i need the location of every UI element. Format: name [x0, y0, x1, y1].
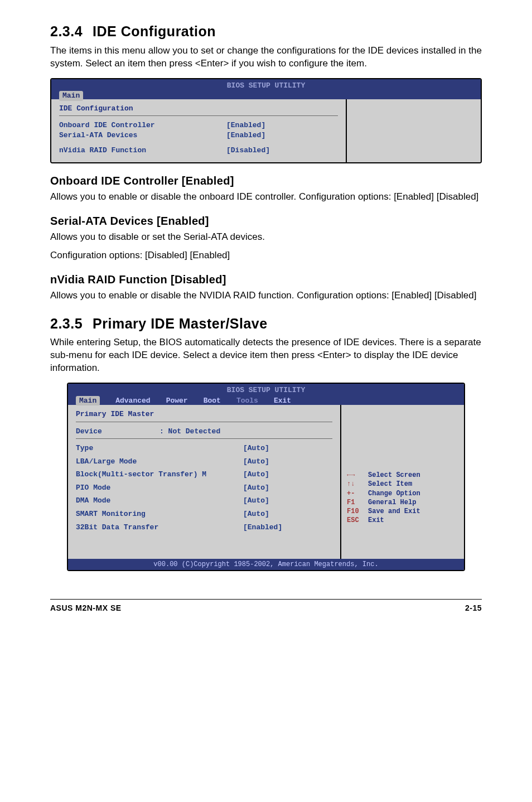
- legend-key-f10: F10: [347, 507, 362, 516]
- bios2-row-dma-label: DMA Mode: [76, 496, 243, 506]
- bios2-row-32bit[interactable]: 32Bit Data Transfer [Enabled]: [76, 523, 332, 533]
- bios2-tab-tools[interactable]: Tools: [236, 396, 258, 406]
- bios1-header: BIOS SETUP UTILITY Main: [51, 79, 481, 99]
- bios2-row-smart-label: SMART Monitoring: [76, 509, 243, 519]
- bios2-tab-power[interactable]: Power: [166, 396, 188, 406]
- opt-sata-desc2: Configuration options: [Disabled] [Enabl…: [50, 249, 482, 262]
- legend-text-change-option: Change Option: [368, 489, 420, 498]
- bios1-row-raid-label: nVidia RAID Function: [59, 146, 226, 156]
- bios2-tab-boot[interactable]: Boot: [204, 396, 221, 406]
- bios2-divider-1: [76, 422, 332, 422]
- bios1-row-onboard-label: Onboard IDE Controller: [59, 120, 226, 131]
- bios2-left-panel: Primary IDE Master Device : Not Detected…: [68, 405, 341, 559]
- bios2-row-lba-label: LBA/Large Mode: [76, 457, 243, 467]
- legend-save-exit: F10 Save and Exit: [347, 507, 458, 516]
- bios2-section-title: Primary IDE Master: [76, 409, 332, 419]
- bios2-title: BIOS SETUP UTILITY: [71, 385, 461, 395]
- bios2-row-type-label: Type: [76, 443, 243, 453]
- bios1-left-panel: IDE Configuration Onboard IDE Controller…: [51, 99, 347, 162]
- bios2-tab-advanced[interactable]: Advanced: [115, 396, 150, 406]
- bios2-row-block-label: Block(Multi-sector Transfer) M: [76, 470, 243, 480]
- legend-text-save-exit: Save and Exit: [368, 507, 420, 516]
- legend-key-arrows-lr: ←→: [347, 471, 362, 480]
- bios2-row-dma[interactable]: DMA Mode [Auto]: [76, 496, 332, 506]
- bios1-right-panel: [347, 99, 481, 162]
- legend-text-exit: Exit: [368, 516, 384, 525]
- opt-raid-heading: nVidia RAID Function [Disabled]: [50, 272, 482, 287]
- section-235-title: Primary IDE Master/Slave: [93, 316, 268, 331]
- bios1-row-raid[interactable]: nVidia RAID Function [Disabled]: [59, 146, 338, 156]
- bios2-right-panel: ←→ Select Screen ↑↓ Select Item +- Chang…: [341, 405, 464, 559]
- opt-sata-heading: Serial-ATA Devices [Enabled]: [50, 214, 482, 229]
- bios2-row-smart[interactable]: SMART Monitoring [Auto]: [76, 509, 332, 519]
- legend-key-arrows-ud: ↑↓: [347, 480, 362, 489]
- legend-exit: ESC Exit: [347, 516, 458, 525]
- legend-text-select-screen: Select Screen: [368, 471, 420, 480]
- bios1-row-sata-label: Serial-ATA Devices: [59, 131, 226, 141]
- bios2-row-pio[interactable]: PIO Mode [Auto]: [76, 483, 332, 493]
- bios2-row-block[interactable]: Block(Multi-sector Transfer) M [Auto]: [76, 470, 332, 480]
- opt-sata-desc1: Allows you to disable or set the Serial-…: [50, 231, 482, 244]
- bios1-row-raid-value: [Disabled]: [226, 146, 270, 156]
- section-234-heading: 2.3.4IDE Configuration: [50, 22, 482, 41]
- bios1-tabs: Main: [55, 91, 477, 101]
- bios2-device-row: Device : Not Detected: [76, 427, 332, 437]
- bios2-tab-exit[interactable]: Exit: [274, 396, 291, 406]
- bios2-row-type-value: [Auto]: [243, 443, 269, 453]
- bios2-footer: v00.00 (C)Copyright 1985-2002, American …: [68, 559, 464, 570]
- bios-box-ide-config: BIOS SETUP UTILITY Main IDE Configuratio…: [50, 78, 482, 163]
- page-footer-left: ASUS M2N-MX SE: [50, 603, 122, 613]
- bios2-body: Primary IDE Master Device : Not Detected…: [68, 405, 464, 559]
- section-235-heading: 2.3.5Primary IDE Master/Slave: [50, 315, 482, 334]
- legend-select-item: ↑↓ Select Item: [347, 480, 458, 489]
- page-footer-right: 2-15: [465, 603, 482, 613]
- legend-text-select-item: Select Item: [368, 480, 412, 489]
- legend-select-screen: ←→ Select Screen: [347, 471, 458, 480]
- legend-key-f1: F1: [347, 498, 362, 507]
- bios2-row-pio-label: PIO Mode: [76, 483, 243, 493]
- legend-general-help: F1 General Help: [347, 498, 458, 507]
- bios2-header: BIOS SETUP UTILITY Main Advanced Power B…: [68, 384, 464, 405]
- legend-key-esc: ESC: [347, 516, 362, 525]
- bios2-row-pio-value: [Auto]: [243, 483, 269, 493]
- bios1-row-onboard[interactable]: Onboard IDE Controller [Enabled]: [59, 120, 338, 131]
- bios2-device-value: : Not Detected: [159, 427, 220, 437]
- bios1-row-sata[interactable]: Serial-ATA Devices [Enabled]: [59, 131, 338, 141]
- section-234-number: 2.3.4: [50, 22, 83, 41]
- bios-box-primary-ide: BIOS SETUP UTILITY Main Advanced Power B…: [67, 383, 465, 571]
- bios2-row-smart-value: [Auto]: [243, 509, 269, 519]
- bios1-row-onboard-value: [Enabled]: [226, 120, 265, 131]
- section-235-number: 2.3.5: [50, 315, 83, 334]
- section-235-intro: While entering Setup, the BIOS automatic…: [50, 336, 482, 375]
- bios2-tab-main[interactable]: Main: [76, 396, 100, 406]
- bios1-tab-main[interactable]: Main: [59, 91, 83, 101]
- spacer: [347, 409, 458, 471]
- section-234-intro: The items in this menu allow you to set …: [50, 45, 482, 70]
- section-234-title: IDE Configuration: [93, 23, 216, 39]
- opt-onboard-desc: Allows you to enable or disable the onbo…: [50, 191, 482, 204]
- bios1-section-title: IDE Configuration: [59, 104, 338, 114]
- page-footer: ASUS M2N-MX SE 2-15: [50, 599, 482, 613]
- bios1-row-sata-value: [Enabled]: [226, 131, 265, 141]
- bios2-row-lba[interactable]: LBA/Large Mode [Auto]: [76, 457, 332, 467]
- legend-key-plusminus: +-: [347, 489, 362, 498]
- bios2-row-dma-value: [Auto]: [243, 496, 269, 506]
- bios2-row-32bit-value: [Enabled]: [243, 523, 282, 533]
- legend-change-option: +- Change Option: [347, 489, 458, 498]
- spacer: [59, 140, 338, 146]
- bios2-device-label: Device: [76, 427, 159, 437]
- bios2-row-type[interactable]: Type [Auto]: [76, 443, 332, 453]
- opt-onboard-heading: Onboard IDE Controller [Enabled]: [50, 173, 482, 189]
- bios1-body: IDE Configuration Onboard IDE Controller…: [51, 99, 481, 162]
- bios1-divider: [59, 115, 338, 116]
- bios1-title: BIOS SETUP UTILITY: [55, 80, 477, 91]
- bios2-row-32bit-label: 32Bit Data Transfer: [76, 523, 243, 533]
- bios2-row-block-value: [Auto]: [243, 470, 269, 480]
- bios2-row-lba-value: [Auto]: [243, 457, 269, 467]
- bios2-divider-2: [76, 438, 332, 439]
- legend-text-general-help: General Help: [368, 498, 416, 507]
- opt-raid-desc: Allows you to enable or disable the NVID…: [50, 289, 482, 302]
- bios2-tabs: Main Advanced Power Boot Tools Exit: [71, 396, 461, 406]
